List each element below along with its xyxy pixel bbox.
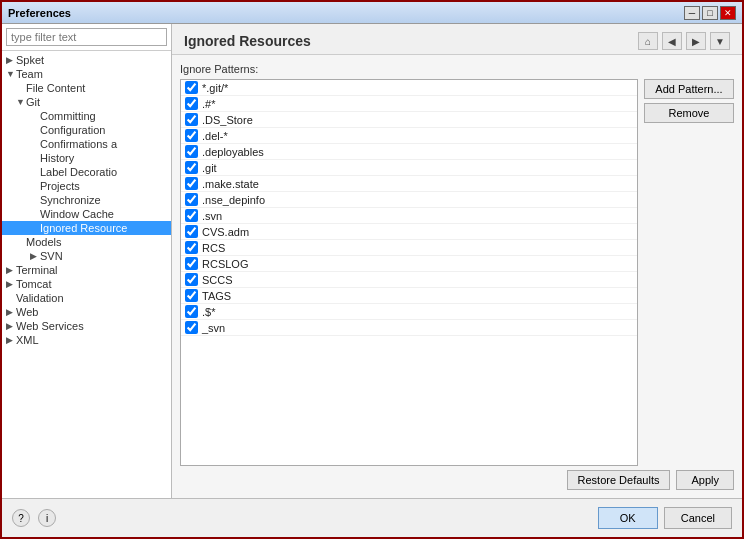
pattern-checkbox[interactable]: [185, 289, 198, 302]
tree-item-validation[interactable]: Validation: [2, 291, 171, 305]
pattern-checkbox[interactable]: [185, 321, 198, 334]
list-item: _svn: [181, 320, 637, 336]
tree-item-label: Window Cache: [40, 208, 114, 220]
list-item: TAGS: [181, 288, 637, 304]
remove-button[interactable]: Remove: [644, 103, 734, 123]
pattern-text: RCS: [202, 242, 633, 254]
pattern-checkbox[interactable]: [185, 97, 198, 110]
tree-item-models[interactable]: Models: [2, 235, 171, 249]
pattern-text: *.git/*: [202, 82, 633, 94]
pattern-checkbox[interactable]: [185, 209, 198, 222]
expand-icon: ▶: [6, 55, 16, 65]
nav-back-button[interactable]: ◀: [662, 32, 682, 50]
tree-item-label: XML: [16, 334, 39, 346]
filter-input[interactable]: [6, 28, 167, 46]
right-bottom: Restore Defaults Apply: [180, 466, 734, 490]
pattern-checkbox[interactable]: [185, 241, 198, 254]
ok-button[interactable]: OK: [598, 507, 658, 529]
expand-icon: ▶: [6, 307, 16, 317]
tree-item-tomcat[interactable]: ▶Tomcat: [2, 277, 171, 291]
title-bar-buttons: ─ □ ✕: [684, 6, 736, 20]
apply-button[interactable]: Apply: [676, 470, 734, 490]
list-item: .deployables: [181, 144, 637, 160]
list-item: *.git/*: [181, 80, 637, 96]
restore-defaults-button[interactable]: Restore Defaults: [567, 470, 671, 490]
tree-item-window-cache[interactable]: Window Cache: [2, 207, 171, 221]
nav-dropdown-button[interactable]: ▼: [710, 32, 730, 50]
filter-box: [2, 24, 171, 51]
nav-icons: ⌂ ◀ ▶ ▼: [638, 32, 730, 50]
pattern-text: .DS_Store: [202, 114, 633, 126]
tree-item-terminal[interactable]: ▶Terminal: [2, 263, 171, 277]
list-item: .make.state: [181, 176, 637, 192]
add-pattern-button[interactable]: Add Pattern...: [644, 79, 734, 99]
tree-item-file-content[interactable]: File Content: [2, 81, 171, 95]
footer-bar: ? i OK Cancel: [2, 498, 742, 537]
list-item: .nse_depinfo: [181, 192, 637, 208]
minimize-button[interactable]: ─: [684, 6, 700, 20]
preferences-window: Preferences ─ □ ✕ ▶Spket▼TeamFile Conten…: [0, 0, 744, 539]
expand-icon: ▶: [6, 321, 16, 331]
title-bar: Preferences ─ □ ✕: [2, 2, 742, 24]
tree-item-team[interactable]: ▼Team: [2, 67, 171, 81]
tree-item-history[interactable]: History: [2, 151, 171, 165]
patterns-list: *.git/*.#*.DS_Store.del-*.deployables.gi…: [180, 79, 638, 466]
tree-item-confirmations[interactable]: Confirmations a: [2, 137, 171, 151]
cancel-button[interactable]: Cancel: [664, 507, 732, 529]
tree-item-label: Synchronize: [40, 194, 101, 206]
list-item: .$*: [181, 304, 637, 320]
expand-icon: ▶: [6, 335, 16, 345]
pattern-text: .$*: [202, 306, 633, 318]
tree-item-label-deco[interactable]: Label Decoratio: [2, 165, 171, 179]
expand-icon: ▼: [6, 69, 16, 79]
pattern-checkbox[interactable]: [185, 257, 198, 270]
pattern-checkbox[interactable]: [185, 129, 198, 142]
tree-item-configuration[interactable]: Configuration: [2, 123, 171, 137]
help-icon[interactable]: ?: [12, 509, 30, 527]
tree-item-projects[interactable]: Projects: [2, 179, 171, 193]
tree-item-label: History: [40, 152, 74, 164]
close-button[interactable]: ✕: [720, 6, 736, 20]
pattern-text: .del-*: [202, 130, 633, 142]
tree-item-label: Tomcat: [16, 278, 51, 290]
tree-item-svn[interactable]: ▶SVN: [2, 249, 171, 263]
pattern-checkbox[interactable]: [185, 113, 198, 126]
side-buttons: Add Pattern... Remove: [644, 79, 734, 466]
pattern-checkbox[interactable]: [185, 273, 198, 286]
restore-button[interactable]: □: [702, 6, 718, 20]
tree-item-label: Committing: [40, 110, 96, 122]
pattern-checkbox[interactable]: [185, 177, 198, 190]
list-item: .del-*: [181, 128, 637, 144]
tree-item-label: Confirmations a: [40, 138, 117, 150]
pattern-checkbox[interactable]: [185, 225, 198, 238]
list-item: .svn: [181, 208, 637, 224]
tree-item-committing[interactable]: Committing: [2, 109, 171, 123]
tree-item-label: SVN: [40, 250, 63, 262]
tree-item-web[interactable]: ▶Web: [2, 305, 171, 319]
info-icon[interactable]: i: [38, 509, 56, 527]
list-item: RCSLOG: [181, 256, 637, 272]
tree-item-label: Terminal: [16, 264, 58, 276]
pattern-checkbox[interactable]: [185, 305, 198, 318]
tree-item-ignored-resources[interactable]: Ignored Resource: [2, 221, 171, 235]
tree-item-web-services[interactable]: ▶Web Services: [2, 319, 171, 333]
pattern-checkbox[interactable]: [185, 161, 198, 174]
tree-item-label: Projects: [40, 180, 80, 192]
pattern-text: CVS.adm: [202, 226, 633, 238]
nav-forward-button[interactable]: ▶: [686, 32, 706, 50]
pattern-checkbox[interactable]: [185, 81, 198, 94]
pattern-text: .#*: [202, 98, 633, 110]
tree-item-synchronize[interactable]: Synchronize: [2, 193, 171, 207]
pattern-checkbox[interactable]: [185, 145, 198, 158]
right-content: Ignore Patterns: *.git/*.#*.DS_Store.del…: [172, 55, 742, 498]
pattern-text: .svn: [202, 210, 633, 222]
nav-home-button[interactable]: ⌂: [638, 32, 658, 50]
pattern-text: .make.state: [202, 178, 633, 190]
right-header: Ignored Resources ⌂ ◀ ▶ ▼: [172, 24, 742, 55]
pattern-checkbox[interactable]: [185, 193, 198, 206]
tree-item-label: Spket: [16, 54, 44, 66]
tree-item-xml[interactable]: ▶XML: [2, 333, 171, 347]
tree-item-git[interactable]: ▼Git: [2, 95, 171, 109]
tree-item-spket[interactable]: ▶Spket: [2, 53, 171, 67]
expand-icon: ▶: [6, 265, 16, 275]
